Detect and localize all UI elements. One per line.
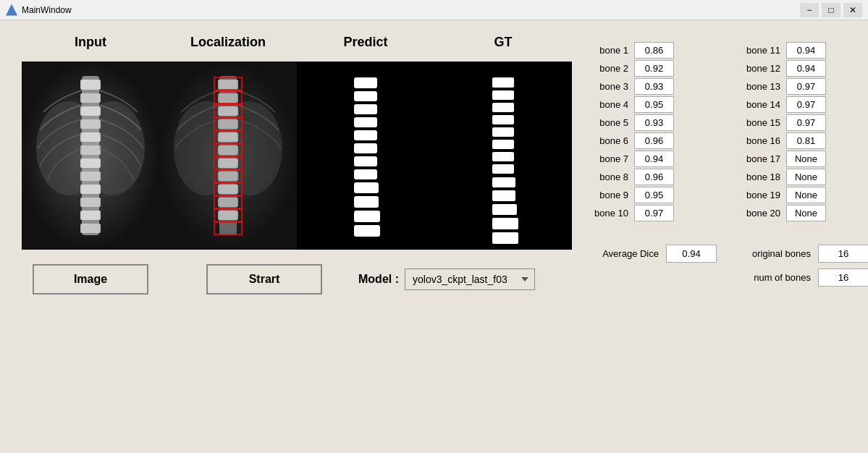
bones-grid: bone 1 0.86 bone 2 0.92 bone 3 0.93 bone… <box>586 42 868 223</box>
buttons-row: Image Strart Model : yolov3_ckpt_last_f0… <box>22 264 572 295</box>
bone-5-value: 0.93 <box>634 114 674 131</box>
bone-row-9: bone 9 0.95 <box>586 187 724 203</box>
bone-14-value: 0.97 <box>786 96 826 113</box>
svg-rect-9 <box>80 145 101 155</box>
bone-11-label: bone 11 <box>738 45 780 56</box>
svg-rect-58 <box>492 90 514 100</box>
minimize-button[interactable]: − <box>800 3 819 17</box>
bone-12-label: bone 12 <box>738 63 780 74</box>
images-row <box>22 62 572 250</box>
bone-20-label: bone 20 <box>738 208 780 219</box>
svg-rect-49 <box>354 143 377 153</box>
app-icon <box>6 4 17 16</box>
bone-1-label: bone 1 <box>586 45 628 56</box>
num-bones-label: num of bones <box>731 272 811 283</box>
svg-rect-21 <box>218 93 238 103</box>
bone-3-value: 0.93 <box>634 78 674 95</box>
localization-header: Localization <box>159 35 297 50</box>
svg-rect-63 <box>492 152 514 161</box>
bone-11-value: 0.94 <box>786 42 826 59</box>
num-bones-row: num of bones 16 <box>586 268 868 287</box>
bone-13-value: 0.97 <box>786 78 826 95</box>
svg-rect-13 <box>80 198 101 207</box>
svg-rect-22 <box>218 106 238 116</box>
svg-rect-62 <box>492 140 514 149</box>
model-select[interactable]: yolov3_ckpt_last_f03 yolov3_ckpt_last_f0… <box>405 268 535 290</box>
svg-rect-24 <box>218 132 238 142</box>
input-header: Input <box>22 35 159 50</box>
image-button[interactable]: Image <box>33 264 148 295</box>
svg-rect-69 <box>492 232 518 244</box>
svg-rect-28 <box>218 185 238 194</box>
bone-6-value: 0.96 <box>634 132 674 149</box>
bones-left-column: bone 1 0.86 bone 2 0.92 bone 3 0.93 bone… <box>586 42 724 223</box>
bone-14-label: bone 14 <box>738 99 780 110</box>
svg-rect-55 <box>354 225 380 237</box>
bone-4-label: bone 4 <box>586 99 628 110</box>
bone-7-label: bone 7 <box>586 153 628 164</box>
bone-15-label: bone 15 <box>738 117 780 128</box>
svg-rect-20 <box>218 80 238 90</box>
svg-rect-14 <box>80 211 101 220</box>
svg-rect-67 <box>492 204 517 215</box>
bone-row-1: bone 1 0.86 <box>586 42 724 59</box>
bones-right-column: bone 11 0.94 bone 12 0.94 bone 13 0.97 b… <box>738 42 868 223</box>
svg-rect-65 <box>492 177 515 187</box>
localization-image <box>159 62 297 250</box>
bone-20-value: None <box>786 205 826 221</box>
bone-10-value: 0.97 <box>634 205 674 221</box>
avg-dice-label: Average Dice <box>586 248 659 259</box>
original-bones-value: 16 <box>818 245 868 263</box>
bone-row-16: bone 16 0.81 <box>738 132 868 149</box>
svg-rect-50 <box>354 156 377 166</box>
svg-rect-11 <box>80 172 101 181</box>
bone-row-12: bone 12 0.94 <box>738 60 868 77</box>
close-button[interactable]: ✕ <box>843 3 862 17</box>
bone-19-label: bone 19 <box>738 190 780 200</box>
svg-rect-68 <box>492 218 518 229</box>
bone-15-value: 0.97 <box>786 114 826 131</box>
bone-16-label: bone 16 <box>738 135 780 146</box>
bone-4-value: 0.95 <box>634 96 674 113</box>
bone-row-15: bone 15 0.97 <box>738 114 868 131</box>
predict-image <box>297 62 434 250</box>
input-image <box>22 62 159 250</box>
bone-row-8: bone 8 0.96 <box>586 169 724 185</box>
bone-6-label: bone 6 <box>586 135 628 146</box>
right-panel: bone 1 0.86 bone 2 0.92 bone 3 0.93 bone… <box>586 35 868 439</box>
svg-rect-47 <box>354 117 377 127</box>
bone-row-4: bone 4 0.95 <box>586 96 724 113</box>
window-controls: − □ ✕ <box>800 3 862 17</box>
bone-row-18: bone 18 None <box>738 169 868 185</box>
bone-3-label: bone 3 <box>586 81 628 92</box>
svg-rect-45 <box>354 91 377 101</box>
avg-dice-row: Average Dice 0.94 original bones 16 <box>586 245 868 263</box>
svg-rect-12 <box>80 185 101 194</box>
svg-rect-51 <box>354 169 377 179</box>
maximize-button[interactable]: □ <box>822 3 840 17</box>
bone-8-value: 0.96 <box>634 169 674 185</box>
bone-19-value: None <box>786 187 826 203</box>
bone-16-value: 0.81 <box>786 132 826 149</box>
bone-7-value: 0.94 <box>634 151 674 167</box>
bone-12-value: 0.94 <box>786 60 826 77</box>
bone-row-14: bone 14 0.97 <box>738 96 868 113</box>
bone-row-19: bone 19 None <box>738 187 868 203</box>
bone-row-6: bone 6 0.96 <box>586 132 724 149</box>
svg-rect-46 <box>354 104 377 114</box>
original-bones-label: original bones <box>731 248 811 259</box>
svg-rect-53 <box>354 196 379 208</box>
gt-header: GT <box>434 35 572 50</box>
svg-rect-8 <box>80 132 101 142</box>
bone-row-10: bone 10 0.97 <box>586 205 724 221</box>
predict-header: Predict <box>297 35 434 50</box>
bone-9-label: bone 9 <box>586 190 628 200</box>
model-label: Model : <box>358 273 399 286</box>
bone-2-label: bone 2 <box>586 63 628 74</box>
svg-rect-10 <box>80 158 101 168</box>
start-button[interactable]: Strart <box>206 264 322 295</box>
avg-dice-value: 0.94 <box>666 245 717 263</box>
bone-13-label: bone 13 <box>738 81 780 92</box>
window-title: MainWindow <box>22 5 796 15</box>
bone-row-7: bone 7 0.94 <box>586 151 724 167</box>
